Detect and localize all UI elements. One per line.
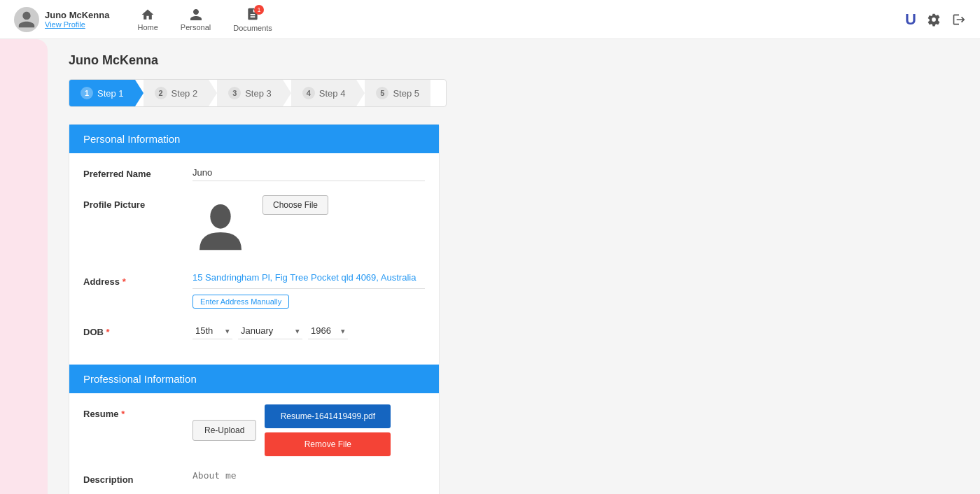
dob-label: DOB * (83, 323, 181, 337)
dob-selects: 1st2nd3rd4th 5th6th7th8th 9th10th11th12t… (192, 323, 425, 339)
step-2-label: Step 2 (172, 88, 198, 99)
preferred-name-input[interactable] (192, 164, 425, 181)
preferred-name-label: Preferred Name (83, 164, 181, 179)
user-avatar-icon (17, 10, 36, 29)
step-4[interactable]: 4 Step 4 (291, 80, 357, 106)
description-row: Description Characters Remaining: 200 (83, 470, 425, 494)
step-1-label: Step 1 (97, 88, 124, 99)
dob-day-wrap: 1st2nd3rd4th 5th6th7th8th 9th10th11th12t… (192, 323, 232, 339)
step-5[interactable]: 5 Step 5 (365, 80, 430, 106)
step-arrow-3 (283, 80, 291, 106)
step-3-num: 3 (228, 87, 241, 99)
personal-info-body: Preferred Name Profile Picture (69, 153, 439, 365)
re-upload-button[interactable]: Re-Upload (192, 420, 256, 441)
dob-field: 1st2nd3rd4th 5th6th7th8th 9th10th11th12t… (192, 323, 425, 339)
stepper: 1 Step 1 2 Step 2 3 Step 3 4 Step 4 5 St… (69, 79, 447, 107)
choose-file-button[interactable]: Choose File (262, 195, 328, 215)
resume-file-actions: Resume-1641419499.pdf Remove File (265, 404, 391, 456)
profile-picture-label: Profile Picture (83, 195, 181, 210)
sidebar-accent (0, 39, 48, 494)
address-required: * (122, 276, 126, 287)
step-3[interactable]: 3 Step 3 (217, 80, 283, 106)
step-4-num: 4 (302, 87, 315, 99)
nav-documents-label: Documents (233, 24, 272, 32)
svg-point-0 (210, 204, 230, 229)
dob-year-select[interactable]: 196019611962 196319641965 196619671968 1… (308, 323, 348, 339)
step-1[interactable]: 1 Step 1 (69, 80, 135, 106)
resume-actions: Re-Upload Resume-1641419499.pdf Remove F… (192, 404, 425, 456)
preferred-name-row: Preferred Name (83, 164, 425, 181)
person-icon (189, 8, 203, 22)
navbar-user-section: Juno McKenna View Profile (14, 7, 109, 32)
navbar-right-icons: U (905, 10, 966, 29)
ubidy-logo: U (905, 10, 916, 29)
address-field: 15 Sandringham Pl, Fig Tree Pocket qld 4… (192, 272, 425, 309)
dob-required: * (106, 327, 110, 337)
nav-items: Home Personal 1 Documents (137, 7, 272, 32)
step-arrow-4 (356, 80, 365, 106)
profile-pic-area: Choose File (192, 195, 425, 258)
dob-month-wrap: JanuaryFebruaryMarch AprilMayJune JulyAu… (238, 323, 302, 339)
step-arrow-2 (209, 80, 217, 106)
description-label: Description (83, 470, 181, 485)
step-3-label: Step 3 (245, 88, 272, 99)
avatar (14, 7, 39, 32)
step-5-num: 5 (376, 87, 388, 99)
nav-home-label: Home (137, 23, 158, 31)
main-content: Juno McKenna 1 Step 1 2 Step 2 3 Step 3 … (48, 39, 980, 494)
professional-info-body: Resume * Re-Upload Resume-1641419499.pdf… (69, 393, 439, 494)
personal-info-header: Personal Information (69, 125, 439, 153)
nav-personal-label: Personal (181, 23, 211, 31)
step-5-label: Step 5 (393, 88, 419, 99)
step-arrow-1 (135, 80, 144, 106)
profile-picture-field: Choose File (192, 195, 425, 258)
resume-label: Resume * (83, 404, 181, 419)
address-row: Address * 15 Sandringham Pl, Fig Tree Po… (83, 272, 425, 309)
dob-day-select[interactable]: 1st2nd3rd4th 5th6th7th8th 9th10th11th12t… (192, 323, 232, 339)
description-field: Characters Remaining: 200 (192, 470, 425, 494)
home-icon (141, 8, 155, 22)
professional-info-header: Professional Information (69, 365, 439, 393)
step-1-num: 1 (80, 87, 93, 99)
remove-file-button[interactable]: Remove File (265, 432, 391, 456)
user-name: Juno McKenna (45, 10, 109, 20)
preferred-name-field (192, 164, 425, 181)
dob-row: DOB * 1st2nd3rd4th 5th6th7th8th 9th10th1… (83, 323, 425, 339)
resume-field: Re-Upload Resume-1641419499.pdf Remove F… (192, 404, 425, 456)
profile-picture-row: Profile Picture Choose File (83, 195, 425, 258)
navbar: Juno McKenna View Profile Home Personal … (0, 0, 980, 39)
step-2-num: 2 (155, 87, 167, 99)
resume-required: * (121, 409, 125, 419)
user-info: Juno McKenna View Profile (45, 10, 109, 29)
address-label: Address * (83, 272, 181, 287)
documents-badge: 1 (254, 5, 264, 15)
resume-pdf-button[interactable]: Resume-1641419499.pdf (265, 404, 391, 428)
view-profile-link[interactable]: View Profile (45, 20, 109, 29)
enter-address-manually-button[interactable]: Enter Address Manually (192, 295, 289, 309)
address-value: 15 Sandringham Pl, Fig Tree Pocket qld 4… (192, 272, 425, 289)
profile-avatar-icon (196, 199, 245, 255)
settings-icon[interactable] (927, 13, 941, 27)
description-textarea[interactable] (192, 470, 425, 494)
personal-info-section: Personal Information Preferred Name Prof… (69, 124, 440, 494)
dob-year-wrap: 196019611962 196319641965 196619671968 1… (308, 323, 348, 339)
page-layout: Juno McKenna 1 Step 1 2 Step 2 3 Step 3 … (0, 39, 980, 494)
nav-documents[interactable]: 1 Documents (233, 7, 272, 32)
profile-avatar (192, 195, 248, 258)
step-4-label: Step 4 (319, 88, 346, 99)
page-title: Juno McKenna (69, 53, 959, 68)
dob-month-select[interactable]: JanuaryFebruaryMarch AprilMayJune JulyAu… (238, 323, 302, 339)
nav-personal[interactable]: Personal (181, 8, 211, 31)
resume-row: Resume * Re-Upload Resume-1641419499.pdf… (83, 404, 425, 456)
nav-home[interactable]: Home (137, 8, 158, 31)
logout-icon[interactable] (952, 13, 966, 27)
step-2[interactable]: 2 Step 2 (144, 80, 209, 106)
